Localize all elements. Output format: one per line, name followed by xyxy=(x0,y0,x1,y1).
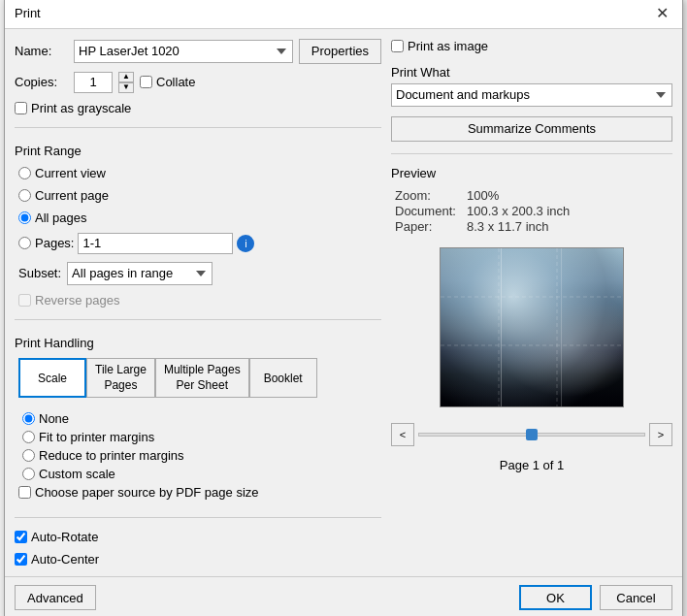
copies-label: Copies: xyxy=(15,75,68,89)
title-bar: Print ✕ xyxy=(5,0,682,29)
cancel-button[interactable]: Cancel xyxy=(600,585,672,610)
current-page-radio[interactable] xyxy=(18,189,31,202)
auto-rotate-checkbox[interactable] xyxy=(15,531,27,543)
print-as-image-label: Print as image xyxy=(408,39,488,53)
paper-source-label: Choose paper source by PDF page size xyxy=(35,485,259,500)
copies-up[interactable]: ▲ xyxy=(118,72,134,82)
page-slider[interactable] xyxy=(418,433,645,437)
next-page-button[interactable]: > xyxy=(649,423,672,446)
fit-printer-label: Fit to printer margins xyxy=(39,430,154,444)
separator-1 xyxy=(15,127,381,128)
pages-row: Pages: i xyxy=(18,233,381,254)
pages-info-icon[interactable]: i xyxy=(237,235,254,252)
printer-select[interactable]: HP LaserJet 1020 xyxy=(74,40,293,63)
prev-page-button[interactable]: < xyxy=(391,423,414,446)
custom-scale-radio[interactable] xyxy=(22,468,35,480)
document-key: Document: xyxy=(395,204,463,218)
reverse-pages-row: Reverse pages xyxy=(18,293,381,308)
zoom-row: Zoom: 100% xyxy=(395,188,672,203)
print-handling-label: Print Handling xyxy=(15,336,381,350)
preview-label: Preview xyxy=(391,166,672,180)
summarize-comments-button[interactable]: Summarize Comments xyxy=(391,116,672,142)
right-separator-1 xyxy=(391,153,672,154)
auto-rotate-row: Auto-Rotate xyxy=(15,530,381,544)
reverse-pages-checkbox[interactable] xyxy=(18,294,31,307)
fit-printer-row: Fit to printer margins xyxy=(22,430,381,444)
page-nav: < > xyxy=(391,423,672,446)
page-slider-thumb xyxy=(526,429,538,440)
collate-label[interactable]: Collate xyxy=(140,75,195,89)
print-as-image-checkbox[interactable] xyxy=(391,40,404,52)
document-value: 100.3 x 200.3 inch xyxy=(467,204,570,218)
print-what-select[interactable]: Document and markups Document Annotation… xyxy=(391,83,672,107)
copies-row: Copies: ▲ ▼ Collate xyxy=(15,72,381,93)
separator-2 xyxy=(15,319,381,320)
print-what-section: Print What Document and markups Document… xyxy=(391,63,672,107)
dialog-footer: Advanced OK Cancel xyxy=(5,576,682,616)
current-view-radio[interactable] xyxy=(18,167,31,179)
all-pages-label: All pages xyxy=(35,211,86,225)
print-as-image-row: Print as image xyxy=(391,39,672,53)
copies-input[interactable] xyxy=(74,72,113,93)
none-row: None xyxy=(22,411,381,426)
grayscale-row[interactable]: Print as grayscale xyxy=(15,101,381,115)
pages-radio[interactable] xyxy=(18,237,31,249)
printer-row: Name: HP LaserJet 1020 Properties xyxy=(15,39,381,64)
custom-scale-label: Custom scale xyxy=(39,467,115,481)
paper-key: Paper: xyxy=(395,219,463,234)
auto-center-checkbox[interactable] xyxy=(15,553,27,566)
scale-button[interactable]: Scale xyxy=(18,358,86,398)
close-button[interactable]: ✕ xyxy=(652,4,672,22)
reverse-pages-label: Reverse pages xyxy=(35,293,119,308)
properties-button[interactable]: Properties xyxy=(299,39,381,64)
copies-down[interactable]: ▼ xyxy=(118,82,134,93)
preview-image xyxy=(440,247,624,407)
pages-label: Pages: xyxy=(35,236,74,250)
multiple-pages-button[interactable]: Multiple Pages Per Sheet xyxy=(155,358,249,398)
copies-spinner: ▲ ▼ xyxy=(118,72,134,93)
reduce-printer-row: Reduce to printer margins xyxy=(22,448,381,463)
collate-text: Collate xyxy=(156,75,195,89)
current-page-row: Current page xyxy=(18,188,381,203)
print-range-label: Print Range xyxy=(15,144,381,158)
preview-container xyxy=(391,242,672,413)
tile-large-button[interactable]: Tile Large Pages xyxy=(86,358,155,398)
ok-button[interactable]: OK xyxy=(519,585,592,610)
paper-source-row: Choose paper source by PDF page size xyxy=(18,485,381,500)
booklet-button[interactable]: Booklet xyxy=(249,358,317,398)
handling-buttons: Scale Tile Large Pages Multiple Pages Pe… xyxy=(18,358,381,398)
current-page-label: Current page xyxy=(35,188,109,203)
reduce-printer-radio[interactable] xyxy=(22,449,35,462)
subset-select[interactable]: All pages in range Odd pages only Even p… xyxy=(67,262,213,285)
zoom-key: Zoom: xyxy=(395,188,463,203)
document-row: Document: 100.3 x 200.3 inch xyxy=(395,204,672,218)
zoom-value: 100% xyxy=(467,188,499,203)
paper-value: 8.3 x 11.7 inch xyxy=(467,219,549,234)
pages-input[interactable] xyxy=(78,233,233,254)
print-what-label: Print What xyxy=(391,65,672,80)
right-panel: Print as image Print What Document and m… xyxy=(391,39,672,567)
paper-row: Paper: 8.3 x 11.7 inch xyxy=(395,219,672,234)
grayscale-checkbox[interactable] xyxy=(15,102,27,114)
collate-checkbox[interactable] xyxy=(140,76,152,88)
preview-meta: Zoom: 100% Document: 100.3 x 200.3 inch … xyxy=(395,188,672,234)
reduce-printer-label: Reduce to printer margins xyxy=(39,448,184,463)
left-panel: Name: HP LaserJet 1020 Properties Copies… xyxy=(15,39,381,567)
current-view-row: Current view xyxy=(18,166,381,180)
custom-scale-row: Custom scale xyxy=(22,467,381,481)
all-pages-radio[interactable] xyxy=(18,211,31,224)
fit-printer-radio[interactable] xyxy=(22,431,35,443)
advanced-button[interactable]: Advanced xyxy=(15,585,96,610)
auto-center-row: Auto-Center xyxy=(15,552,381,567)
auto-center-label: Auto-Center xyxy=(31,552,99,567)
all-pages-row: All pages xyxy=(18,211,381,225)
grayscale-label: Print as grayscale xyxy=(31,101,131,115)
none-radio[interactable] xyxy=(22,412,35,425)
separator-3 xyxy=(15,517,381,518)
print-dialog: Print ✕ Name: HP LaserJet 1020 Propertie… xyxy=(4,0,683,616)
dialog-title: Print xyxy=(15,6,41,20)
preview-grid-svg xyxy=(441,248,623,406)
paper-source-checkbox[interactable] xyxy=(18,486,31,499)
footer-right: OK Cancel xyxy=(519,585,672,610)
page-info: Page 1 of 1 xyxy=(391,458,672,472)
